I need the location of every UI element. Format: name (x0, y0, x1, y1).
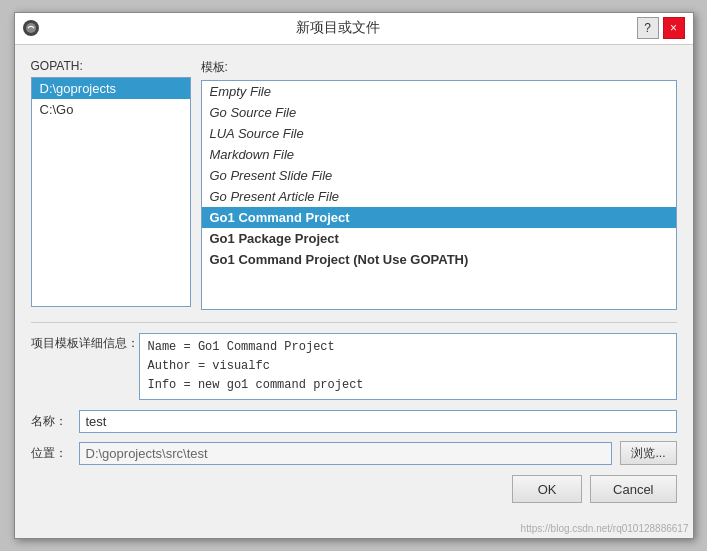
watermark: https://blog.csdn.net/rq010128886617 (15, 521, 693, 538)
template-list[interactable]: Empty File Go Source File LUA Source Fil… (201, 80, 677, 310)
help-button[interactable]: ? (637, 17, 659, 39)
info-line-1: Name = Go1 Command Project (148, 338, 668, 357)
list-item[interactable]: Markdown File (202, 144, 676, 165)
template-label: 模板: (201, 59, 677, 76)
close-button[interactable]: × (663, 17, 685, 39)
list-item[interactable]: Go Present Slide File (202, 165, 676, 186)
location-label: 位置： (31, 445, 71, 462)
svg-point-0 (26, 23, 36, 33)
name-input[interactable] (79, 410, 677, 433)
list-item[interactable]: Empty File (202, 81, 676, 102)
name-label: 名称： (31, 413, 71, 430)
ok-button[interactable]: OK (512, 475, 582, 503)
list-item[interactable]: LUA Source File (202, 123, 676, 144)
cancel-button[interactable]: Cancel (590, 475, 676, 503)
title-buttons: ? × (637, 17, 685, 39)
location-input[interactable] (79, 442, 613, 465)
list-item[interactable]: Go Source File (202, 102, 676, 123)
dialog-body: GOPATH: D:\goprojects C:\Go 模板: Empty Fi… (15, 45, 693, 522)
list-item[interactable]: Go1 Command Project (Not Use GOPATH) (202, 249, 676, 270)
browse-button[interactable]: 浏览... (620, 441, 676, 465)
gopath-label: GOPATH: (31, 59, 191, 73)
gopath-list[interactable]: D:\goprojects C:\Go (31, 77, 191, 307)
dialog-title: 新项目或文件 (39, 19, 637, 37)
bottom-buttons: OK Cancel (31, 475, 677, 507)
info-line-2: Author = visualfc (148, 357, 668, 376)
info-label: 项目模板详细信息： (31, 333, 139, 352)
list-item[interactable]: C:\Go (32, 99, 190, 120)
list-item[interactable]: D:\goprojects (32, 78, 190, 99)
title-bar: 新项目或文件 ? × (15, 13, 693, 45)
list-item[interactable]: Go1 Command Project (202, 207, 676, 228)
list-item[interactable]: Go1 Package Project (202, 228, 676, 249)
app-logo (23, 20, 39, 36)
location-row: 位置： 浏览... (31, 441, 677, 465)
dialog: 新项目或文件 ? × GOPATH: D:\goprojects C:\Go 模… (14, 12, 694, 540)
top-section: GOPATH: D:\goprojects C:\Go 模板: Empty Fi… (31, 59, 677, 310)
left-panel: GOPATH: D:\goprojects C:\Go (31, 59, 191, 310)
info-line-3: Info = new go1 command project (148, 376, 668, 395)
name-row: 名称： (31, 410, 677, 433)
right-panel: 模板: Empty File Go Source File LUA Source… (201, 59, 677, 310)
info-section: 项目模板详细信息： Name = Go1 Command Project Aut… (31, 333, 677, 401)
info-box: Name = Go1 Command Project Author = visu… (139, 333, 677, 401)
divider (31, 322, 677, 323)
list-item[interactable]: Go Present Article File (202, 186, 676, 207)
